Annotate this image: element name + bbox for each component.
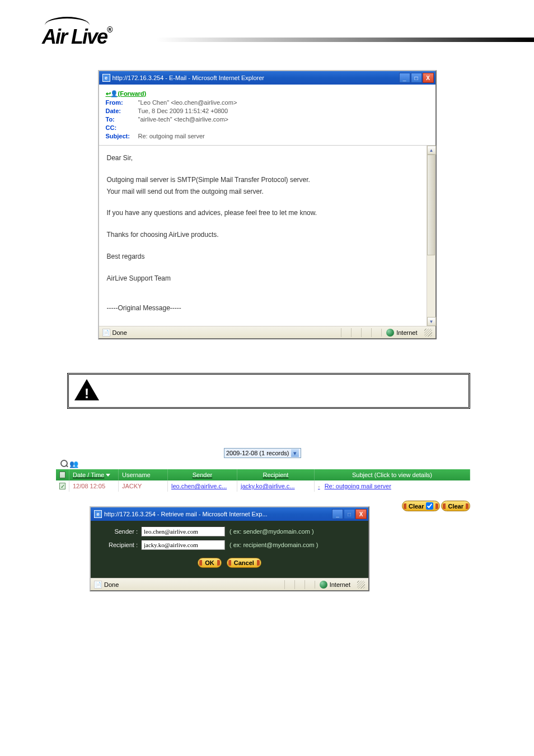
close-button[interactable]: X [355,509,367,519]
date-dropdown[interactable]: 2009-12-08 (1 records) ▾ [224,448,301,458]
from-label: From: [106,99,137,106]
scrollbar[interactable]: ▲ ▼ [427,146,435,326]
maximize-button[interactable]: □ [411,73,422,83]
people-icon[interactable]: 👥 [69,460,78,468]
chevron-down-icon[interactable]: ▾ [291,449,299,457]
subject-header[interactable]: Subject (Click to view details) [315,469,470,480]
maximize-button: □ [344,509,355,519]
minimize-button[interactable]: _ [399,73,410,83]
minimize-button[interactable]: _ [332,509,343,519]
body-p5: Best regards [107,252,428,262]
scroll-thumb[interactable] [427,155,435,255]
titlebar[interactable]: e http://172.16.3.254 - E-Mail - Microso… [99,71,435,85]
cc-label: CC: [106,124,137,131]
to-value: "airlive-tech" <tech@airlive.com> [138,116,228,123]
ie-icon: e [102,74,110,82]
close-button[interactable]: X [423,73,434,83]
ie-icon: e [94,510,102,518]
page-count-top: 1 / 1 [454,460,466,467]
username-header[interactable]: Username [119,469,168,480]
row-subject[interactable]: -Re: outgoing mail server [315,480,470,492]
recipient-hint: ( ex: recipient@mydomain.com ) [229,542,318,548]
body-p6: AirLive Support Team [107,274,428,283]
table-row: ✓ 12/08 12:05 JACKY leo.chen@airlive.c..… [56,480,470,492]
warning-icon [74,379,99,400]
table-header: Date / Time Username Sender Recipient Su… [56,469,470,480]
body-p3: If you have any questions and advices, p… [107,208,428,218]
records-area: 2009-12-08 (1 records) ▾ 👥 1 / 1 Date / … [56,448,470,591]
clear-checkbox-button[interactable]: Clear [402,501,441,511]
row-sender[interactable]: leo.chen@airlive.c... [168,480,237,492]
statusbar: 📄 Done Internet [99,326,435,338]
recipient-label: Recipient : [99,542,138,548]
body-origmsg: -----Original Message----- [107,304,428,313]
email-header: 👤(Forward) From: "Leo Chen" <leo.chen@ai… [99,85,435,146]
cancel-button[interactable]: Cancel [227,558,261,568]
popup-title: http://172.16.3.254 - Retrieve mail - Mi… [104,511,332,517]
forward-link[interactable]: 👤(Forward) [106,90,147,97]
retrieve-mail-popup: e http://172.16.3.254 - Retrieve mail - … [90,506,369,591]
search-icon[interactable] [60,460,68,468]
row-checkbox[interactable]: ✓ [56,480,69,492]
to-label: To: [106,116,137,123]
recipient-input[interactable] [141,540,225,550]
subject-value: Re: outgoing mail server [138,133,205,139]
date-label: Date: [106,108,137,114]
sender-hint: ( ex: sender@mydomain.com ) [229,528,314,535]
body-p4: Thanks for choosing AirLive products. [107,230,428,240]
email-window: e http://172.16.3.254 - E-Mail - Microso… [98,70,437,339]
sender-header[interactable]: Sender [168,469,237,480]
done-icon: 📄 [102,329,110,337]
warning-box [67,373,470,409]
checkbox-header[interactable] [56,469,69,480]
clear-checkbox[interactable] [426,502,433,510]
ok-button[interactable]: OK [198,558,222,568]
date-value: Tue, 8 Dec 2009 11:51:42 +0800 [138,108,228,114]
window-title: http://172.16.3.254 - E-Mail - Microsoft… [113,74,399,81]
sort-desc-icon [106,474,110,477]
scroll-down-button[interactable]: ▼ [427,317,436,326]
datetime-header[interactable]: Date / Time [69,469,119,480]
row-username: JACKY [119,480,168,492]
popup-statusbar: 📄 Done Internet [91,578,368,590]
body-p1: Outgoing mail server is SMTP(Simple Mail… [107,175,428,185]
sender-label: Sender : [99,528,138,535]
logo: Air Live [0,0,534,54]
resize-grip[interactable] [424,329,432,337]
body-greeting: Dear Sir, [107,153,428,163]
header-gradient [157,38,534,42]
from-value: "Leo Chen" <leo.chen@airlive.com> [138,99,237,106]
status-done: Done [113,329,127,336]
body-p2: Your mail will send out from the outgoin… [107,187,428,197]
popup-body: Sender : ( ex: sender@mydomain.com ) Rec… [91,521,368,578]
row-datetime: 12/08 12:05 [69,480,119,492]
resize-grip[interactable] [357,581,365,589]
recipient-header[interactable]: Recipient [237,469,315,480]
status-internet: Internet [396,329,417,336]
page-count-bottom: 1 / 1 [56,494,470,501]
clear-button[interactable]: Clear [441,501,470,511]
done-icon: 📄 [94,581,102,589]
globe-icon [386,329,394,337]
globe-icon [320,581,327,589]
email-body: Dear Sir, Outgoing mail server is SMTP(S… [99,146,435,326]
scroll-up-button[interactable]: ▲ [427,146,436,155]
popup-status-internet: Internet [330,581,350,588]
popup-status-done: Done [104,581,119,588]
subject-label: Subject: [106,133,137,139]
row-recipient[interactable]: jacky.ko@airlive.c... [237,480,315,492]
sender-input[interactable] [141,526,225,536]
popup-titlebar[interactable]: e http://172.16.3.254 - Retrieve mail - … [91,507,368,521]
